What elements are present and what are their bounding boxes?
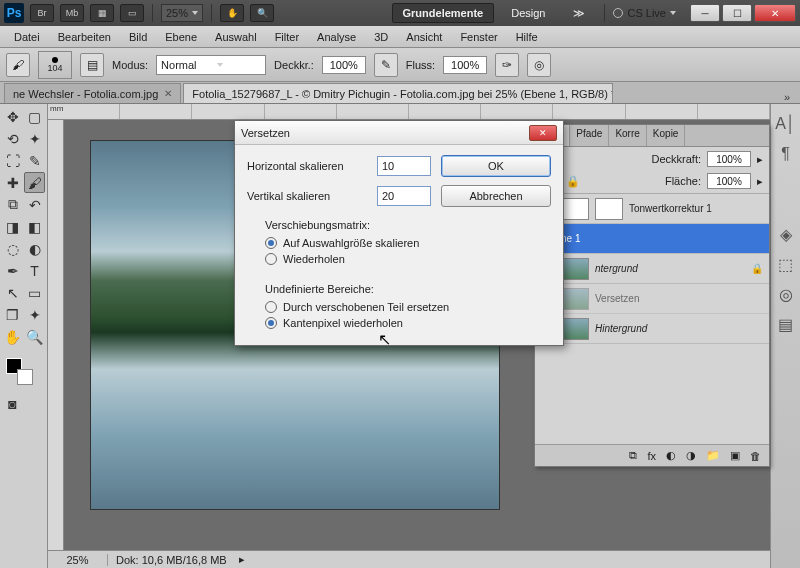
- tab-kopien[interactable]: Kopie: [647, 125, 686, 146]
- layer-name[interactable]: ntergrund: [595, 263, 638, 274]
- folder-icon[interactable]: 📁: [706, 449, 720, 462]
- foreground-swatch[interactable]: [6, 358, 22, 374]
- menu-auswahl[interactable]: Auswahl: [207, 29, 265, 45]
- menu-fenster[interactable]: Fenster: [452, 29, 505, 45]
- adjustments-panel-icon[interactable]: ⬚: [776, 254, 796, 274]
- tablet-pressure-opacity[interactable]: ✎: [374, 53, 398, 77]
- 3d-tool[interactable]: ❐: [2, 304, 23, 325]
- dialog-close[interactable]: ✕: [529, 125, 557, 141]
- layers-panel-icon[interactable]: ◈: [776, 224, 796, 244]
- zoomtool-button[interactable]: 🔍: [250, 4, 274, 22]
- layer-row[interactable]: ntergrund🔒: [535, 254, 769, 284]
- brush-preview[interactable]: 104: [38, 51, 72, 79]
- shape-tool[interactable]: ▭: [24, 282, 45, 303]
- fx-icon[interactable]: fx: [647, 450, 656, 462]
- tab-korrekturen[interactable]: Korre: [609, 125, 646, 146]
- cancel-button[interactable]: Abbrechen: [441, 185, 551, 207]
- screenmode-button[interactable]: ▭: [120, 4, 144, 22]
- color-swatches[interactable]: [2, 352, 42, 384]
- styles-panel-icon[interactable]: ◎: [776, 284, 796, 304]
- tool-preset[interactable]: 🖌: [6, 53, 30, 77]
- layer-thumb[interactable]: [561, 258, 589, 280]
- layer-name[interactable]: Versetzen: [595, 293, 639, 304]
- background-swatch[interactable]: [17, 369, 33, 385]
- menu-ebene[interactable]: Ebene: [157, 29, 205, 45]
- ruler-horizontal[interactable]: mm: [48, 104, 770, 120]
- stamp-tool[interactable]: ⧉: [2, 194, 23, 215]
- new-layer-icon[interactable]: ▣: [730, 449, 740, 462]
- workspace-grundelemente[interactable]: Grundelemente: [392, 3, 495, 23]
- dialog-titlebar[interactable]: Versetzen ✕: [235, 121, 563, 145]
- airbrush-button[interactable]: ✑: [495, 53, 519, 77]
- layer-name[interactable]: Tonwertkorrektur 1: [629, 203, 712, 214]
- history-brush-tool[interactable]: ↶: [24, 194, 45, 215]
- menu-hilfe[interactable]: Hilfe: [508, 29, 546, 45]
- mask-icon[interactable]: ◐: [666, 449, 676, 462]
- zoom-select[interactable]: 25%: [161, 4, 203, 22]
- pen-tool[interactable]: ✒: [2, 260, 23, 281]
- minibridge-button[interactable]: Mb: [60, 4, 84, 22]
- v-scale-input[interactable]: 20: [377, 186, 431, 206]
- workspace-more[interactable]: ≫: [562, 3, 596, 23]
- brush-tool[interactable]: 🖌: [24, 172, 45, 193]
- deckkraft-input[interactable]: 100%: [707, 151, 751, 167]
- trash-icon[interactable]: 🗑: [750, 450, 761, 462]
- layer-thumb[interactable]: [561, 318, 589, 340]
- h-scale-input[interactable]: 10: [377, 156, 431, 176]
- zoom-tool[interactable]: 🔍: [24, 326, 45, 347]
- tablet-pressure-size[interactable]: ◎: [527, 53, 551, 77]
- window-minimize[interactable]: ─: [690, 4, 720, 22]
- menu-bearbeiten[interactable]: Bearbeiten: [50, 29, 119, 45]
- doc-tab-2[interactable]: Fotolia_15279687_L - © Dmitry Pichugin -…: [183, 83, 613, 103]
- menu-datei[interactable]: Datei: [6, 29, 48, 45]
- ruler-vertical[interactable]: [48, 120, 64, 550]
- crop-tool[interactable]: ⛶: [2, 150, 23, 171]
- modus-select[interactable]: Normal: [156, 55, 266, 75]
- eraser-tool[interactable]: ◨: [2, 216, 23, 237]
- adjustment-icon[interactable]: ◑: [686, 449, 696, 462]
- window-close[interactable]: ✕: [754, 4, 796, 22]
- layer-name[interactable]: Hintergrund: [595, 323, 647, 334]
- tabs-overflow[interactable]: »: [778, 91, 796, 103]
- path-tool[interactable]: ↖: [2, 282, 23, 303]
- radio-kantenpixel[interactable]: Kantenpixel wiederholen: [265, 315, 551, 331]
- menu-3d[interactable]: 3D: [366, 29, 396, 45]
- workspace-design[interactable]: Design: [500, 3, 556, 23]
- dodge-tool[interactable]: ◐: [24, 238, 45, 259]
- hand-tool[interactable]: ✋: [2, 326, 23, 347]
- close-icon[interactable]: ✕: [164, 88, 172, 99]
- gradient-tool[interactable]: ◧: [24, 216, 45, 237]
- hand-button[interactable]: ✋: [220, 4, 244, 22]
- type-tool[interactable]: T: [24, 260, 45, 281]
- link-layers-icon[interactable]: ⧉: [629, 449, 637, 462]
- swatches-panel-icon[interactable]: ▤: [776, 314, 796, 334]
- layer-row[interactable]: Versetzen: [535, 284, 769, 314]
- ok-button[interactable]: OK: [441, 155, 551, 177]
- menu-bild[interactable]: Bild: [121, 29, 155, 45]
- radio-wiederholen[interactable]: Wiederholen: [265, 251, 551, 267]
- cslive-button[interactable]: CS Live: [613, 7, 676, 19]
- type-panel-icon[interactable]: A│: [776, 114, 796, 134]
- layer-row[interactable]: ne 1: [535, 224, 769, 254]
- flaeche-input[interactable]: 100%: [707, 173, 751, 189]
- window-maximize[interactable]: ☐: [722, 4, 752, 22]
- layer-row[interactable]: Tonwertkorrektur 1: [535, 194, 769, 224]
- radio-durch-verschobenen[interactable]: Durch verschobenen Teil ersetzen: [265, 299, 551, 315]
- quickselect-tool[interactable]: ✦: [24, 128, 45, 149]
- 3dcamera-tool[interactable]: ✦: [24, 304, 45, 325]
- marquee-tool[interactable]: ▢: [24, 106, 45, 127]
- mask-thumb[interactable]: [595, 198, 623, 220]
- doc-tab-1[interactable]: ne Wechsler - Fotolia.com.jpg✕: [4, 83, 181, 103]
- move-tool[interactable]: ✥: [2, 106, 23, 127]
- status-docsize[interactable]: Dok: 10,6 MB/16,8 MB: [108, 554, 235, 566]
- bridge-button[interactable]: Br: [30, 4, 54, 22]
- fluss-input[interactable]: 100%: [443, 56, 487, 74]
- arrange-button[interactable]: ▦: [90, 4, 114, 22]
- eyedropper-tool[interactable]: ✎: [24, 150, 45, 171]
- layer-thumb[interactable]: [561, 198, 589, 220]
- menu-filter[interactable]: Filter: [267, 29, 307, 45]
- lasso-tool[interactable]: ⟲: [2, 128, 23, 149]
- layer-thumb[interactable]: [561, 288, 589, 310]
- blur-tool[interactable]: ◌: [2, 238, 23, 259]
- layer-row[interactable]: 👁Hintergrund: [535, 314, 769, 344]
